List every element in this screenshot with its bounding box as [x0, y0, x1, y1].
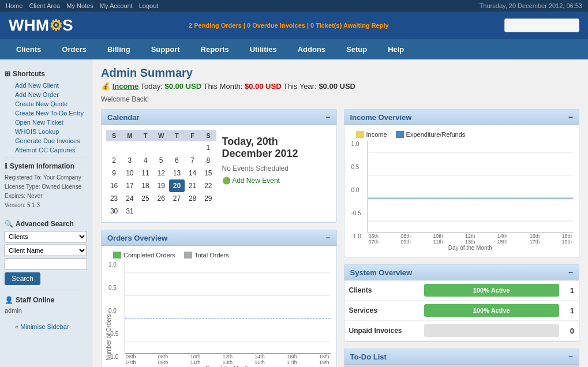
calendar-day-empty: [169, 141, 185, 154]
nav-support[interactable]: Support: [141, 39, 190, 59]
calendar-day-8[interactable]: 8: [200, 154, 216, 167]
calendar-day-31[interactable]: 31: [122, 205, 137, 218]
calendar-day-29[interactable]: 29: [200, 192, 216, 205]
calendar-day-12[interactable]: 12: [153, 167, 169, 179]
calendar-day-26[interactable]: 26: [153, 192, 169, 205]
nav-setup[interactable]: Setup: [336, 39, 377, 59]
tickets-awaiting-count[interactable]: 0: [310, 22, 314, 29]
calendar-day-22[interactable]: 22: [200, 179, 216, 192]
income-body: Income Expenditure/Refunds 1.0 0.5: [344, 125, 579, 257]
total-orders-legend-box: [184, 252, 192, 259]
calendar-day-28[interactable]: 28: [185, 192, 200, 205]
income-year-value: $0.00 USD: [319, 82, 355, 91]
orders-y-axis-title: Number of Orders: [106, 314, 112, 360]
calendar-wrapper: SMTWTFS 12345678910111213141516171819202…: [106, 130, 332, 218]
welcome-message: Welcome Back!: [101, 95, 579, 103]
sidebar-add-client[interactable]: Add New Client: [5, 81, 87, 90]
nav-clients[interactable]: Clients: [6, 39, 51, 59]
todo-collapse-button[interactable]: −: [568, 352, 573, 361]
calendar-collapse-button[interactable]: −: [325, 113, 330, 122]
sidebar-create-quote[interactable]: Create New Quote: [5, 99, 87, 108]
todo-title: To-Do List: [350, 353, 387, 361]
panels-row: Calendar − SMTWTFS 123456789101112131415…: [101, 109, 579, 367]
datetime-display: Thursday, 20 December 2012, 06:53: [480, 2, 582, 9]
calendar-day-20[interactable]: 20: [169, 179, 185, 192]
system-collapse-button[interactable]: −: [568, 268, 573, 277]
services-bar-cell: 100% Active 1: [420, 301, 579, 321]
calendar-day-27[interactable]: 27: [169, 192, 185, 205]
my-notes-link[interactable]: My Notes: [66, 2, 93, 9]
calendar-day-6[interactable]: 6: [169, 154, 185, 167]
sidebar-add-order[interactable]: Add New Order: [5, 90, 87, 99]
sidebar-whois[interactable]: WHOIS Lookup: [5, 127, 87, 136]
todo-col-due-date: Due Date: [475, 365, 533, 367]
unpaid-invoices-bar-cell: 0: [420, 321, 579, 341]
pending-orders-count[interactable]: 2: [189, 22, 192, 29]
sidebar-gen-invoices[interactable]: Generate Due Invoices: [5, 136, 87, 145]
orders-title: Orders Overview: [107, 234, 167, 242]
orders-collapse-button[interactable]: −: [325, 233, 330, 242]
calendar-day-empty: [153, 141, 169, 154]
calendar-day-19[interactable]: 19: [153, 179, 169, 192]
client-area-link[interactable]: Client Area: [29, 2, 60, 9]
clients-bar-row: 100% Active 1: [424, 284, 575, 297]
unpaid-progress-bar: [424, 324, 560, 337]
nav-billing[interactable]: Billing: [97, 39, 141, 59]
calendar-day-23[interactable]: 23: [106, 192, 122, 205]
nav-reports[interactable]: Reports: [190, 39, 239, 59]
minimise-sidebar-link[interactable]: « Minimise Sidebar: [5, 322, 87, 331]
calendar-day-1[interactable]: 1: [200, 141, 216, 154]
calendar-day-9[interactable]: 9: [106, 167, 122, 179]
search-type-select[interactable]: Clients: [5, 231, 87, 242]
orders-legend: Completed Orders Total Orders: [113, 252, 331, 259]
sidebar-open-ticket[interactable]: Open New Ticket: [5, 118, 87, 127]
calendar-day-16[interactable]: 16: [106, 179, 122, 192]
calendar-day-2[interactable]: 2: [106, 154, 122, 167]
overdue-invoices-count[interactable]: 0: [247, 22, 250, 29]
calendar-week-row: 9101112131415: [106, 167, 216, 179]
search-value-input[interactable]: [5, 259, 87, 270]
search-input[interactable]: [504, 18, 579, 32]
calendar-day-17[interactable]: 17: [122, 179, 137, 192]
calendar-week-row: 16171819202122: [106, 179, 216, 192]
calendar-day-15[interactable]: 15: [200, 167, 216, 179]
calendar-day-14[interactable]: 14: [185, 167, 200, 179]
nav-help[interactable]: Help: [377, 39, 414, 59]
income-link[interactable]: Income: [113, 82, 139, 91]
calendar-day-21[interactable]: 21: [185, 179, 200, 192]
nav-utilities[interactable]: Utilities: [239, 39, 287, 59]
search-button[interactable]: Search: [5, 272, 40, 285]
home-link[interactable]: Home: [6, 2, 23, 9]
calendar-day-11[interactable]: 11: [137, 167, 153, 179]
calendar-grid: SMTWTFS 12345678910111213141516171819202…: [106, 130, 216, 218]
my-account-link[interactable]: My Account: [100, 2, 133, 9]
system-overview-body: Clients 100% Active 1: [344, 280, 579, 341]
calendar-day-10[interactable]: 10: [122, 167, 137, 179]
sidebar-create-todo[interactable]: Create New To-Do Entry: [5, 108, 87, 118]
calendar-day-4[interactable]: 4: [137, 154, 153, 167]
todo-panel-header: To-Do List −: [344, 349, 579, 365]
calendar-day-30[interactable]: 30: [106, 205, 122, 218]
income-x-labels-row1: 06th 08th 10th 12th 14th 16th 18th: [368, 233, 574, 239]
income-summary-bar: 💰 Income Today: $0.00 USD This Month: $0…: [101, 82, 579, 91]
add-event-link[interactable]: 🟢 Add New Event: [222, 177, 280, 185]
calendar-day-24[interactable]: 24: [122, 192, 137, 205]
calendar-day-5[interactable]: 5: [153, 154, 169, 167]
nav-addons[interactable]: Addons: [287, 39, 336, 59]
clients-label: Clients: [344, 280, 420, 301]
nav-orders[interactable]: Orders: [51, 39, 97, 59]
calendar-day-25[interactable]: 25: [137, 192, 153, 205]
logo-text-1: WHM: [9, 16, 49, 35]
calendar-day-7[interactable]: 7: [185, 154, 200, 167]
calendar-day-3[interactable]: 3: [122, 154, 137, 167]
sidebar-cc-captures[interactable]: Attemot CC Captures: [5, 145, 87, 155]
unpaid-count: 0: [563, 327, 574, 335]
calendar-day-18[interactable]: 18: [137, 179, 153, 192]
clients-progress-bar: 100% Active: [424, 284, 560, 297]
services-bar-row: 100% Active 1: [424, 304, 575, 317]
income-collapse-button[interactable]: −: [568, 113, 573, 122]
logout-link[interactable]: Logout: [139, 2, 159, 9]
staff-online-section: 👤 Staff Online admin: [5, 296, 87, 314]
search-field-select[interactable]: Client Name: [5, 245, 87, 256]
calendar-day-13[interactable]: 13: [169, 167, 185, 179]
